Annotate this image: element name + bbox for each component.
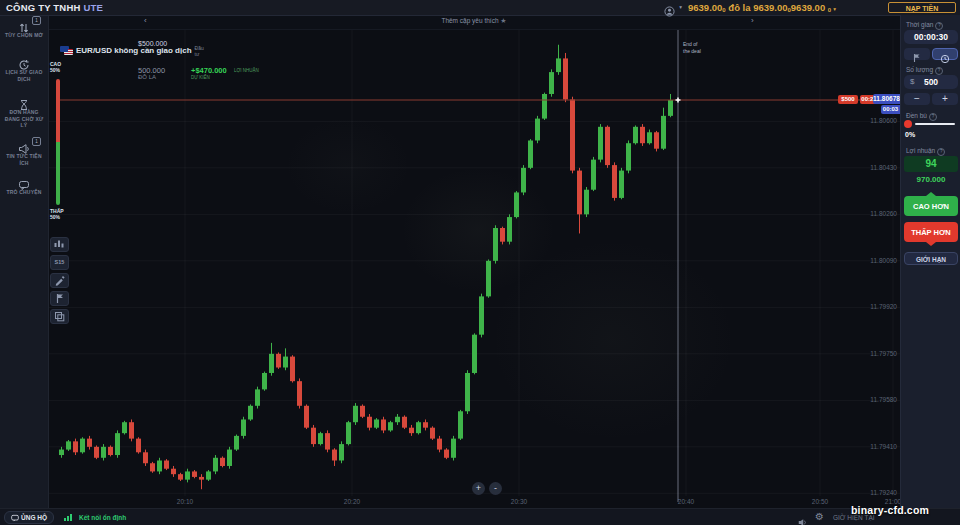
candle-body xyxy=(360,406,365,417)
amount-decrease-button[interactable]: − xyxy=(904,93,930,105)
pencil-icon xyxy=(54,275,65,286)
candle-body xyxy=(640,127,645,143)
candle-body xyxy=(150,463,155,471)
candle-body xyxy=(626,143,631,170)
support-button[interactable]: ỦNG HỘ xyxy=(4,511,54,524)
expected-profit-label: LỢI NHUẬN xyxy=(234,68,259,73)
candle-body xyxy=(451,439,456,458)
profit-label: Lợi nhuận? xyxy=(906,147,945,156)
balance-second-sub: 0 xyxy=(787,7,790,13)
candle-body xyxy=(283,357,288,368)
deal-end-label: the deal xyxy=(683,48,701,54)
currency-symbol: $ xyxy=(910,75,914,89)
info-icon: ? xyxy=(929,113,937,121)
candlestick-chart: 20:1020:2020:3020:4020:5021:0011.8060011… xyxy=(48,15,900,508)
current-price-badge: 11.80678 xyxy=(873,94,900,104)
candle-body xyxy=(514,192,519,217)
candle-body xyxy=(136,439,141,453)
drawing-tools-button[interactable] xyxy=(50,273,69,288)
candle-body xyxy=(276,354,281,368)
sidebar-item-label: ĐƠN HÀNG ĐANG CHỜ XỬ LÝ xyxy=(0,108,48,129)
open-position-stake-badge: $500 xyxy=(838,95,858,104)
account-menu[interactable]: ▾ xyxy=(664,2,682,13)
candle-body xyxy=(290,357,295,382)
timeframe-button[interactable]: S15 xyxy=(50,255,69,270)
compensation-slider-track[interactable] xyxy=(915,123,955,125)
candle-body xyxy=(339,444,344,460)
sound-button[interactable] xyxy=(798,513,807,525)
amount-increase-button[interactable]: + xyxy=(932,93,958,105)
candle-body xyxy=(108,447,113,455)
top-bar: CÔNG TY TNHH UTE ▾ 9639.000 đô la 9639.0… xyxy=(0,0,960,16)
deposit-button[interactable]: NẠP TIỀN xyxy=(888,2,956,13)
invest-currency: ĐÔ LA xyxy=(138,74,156,80)
candle-body xyxy=(241,419,246,435)
sidebar-item-trade-history[interactable]: LỊCH SỬ GIAO DỊCH xyxy=(0,55,48,82)
limit-button[interactable]: GIỚI HẠN xyxy=(904,252,958,265)
candle-body xyxy=(157,461,162,472)
candle-body xyxy=(367,417,372,428)
candle-body xyxy=(185,471,190,479)
candle-body xyxy=(353,406,358,422)
candle-body xyxy=(115,433,120,455)
zoom-in-button[interactable]: + xyxy=(472,482,485,495)
balance-display[interactable]: 9639.000 đô la 9639.0009639.00 0▾ xyxy=(688,2,836,13)
info-icon: ? xyxy=(937,148,945,156)
timer-mode-button[interactable] xyxy=(932,48,958,60)
sentiment-low-label: THẤP50% xyxy=(50,208,74,220)
sidebar-item-chat[interactable]: TRÒ CHUYỆN xyxy=(0,175,48,196)
candle-body xyxy=(164,461,169,469)
sidebar-item-news[interactable]: 1 TIN TỨC TIỆN ÍCH xyxy=(0,139,48,166)
candle-body xyxy=(269,354,274,373)
x-axis-tick: 20:50 xyxy=(812,498,829,505)
amount-input[interactable]: $ 500 xyxy=(904,75,958,89)
expected-profit-label: DỰ KIẾN xyxy=(191,75,210,80)
candle-body xyxy=(633,127,638,143)
brand-name: UTE xyxy=(83,2,103,13)
pending-mode-button[interactable] xyxy=(904,48,930,60)
y-axis-tick: 11.79410 xyxy=(870,443,897,450)
candle-body xyxy=(297,381,302,406)
price-marker xyxy=(677,98,679,103)
candle-body xyxy=(493,228,498,261)
zoom-out-button[interactable]: - xyxy=(489,482,502,495)
indicators-button[interactable] xyxy=(50,291,69,306)
settings-button[interactable]: ⚙ xyxy=(815,511,824,522)
compensation-slider-knob[interactable] xyxy=(904,120,912,128)
currency-pair-flags-icon xyxy=(60,46,73,55)
y-axis-tick: 11.79580 xyxy=(870,396,897,403)
templates-button[interactable] xyxy=(50,309,69,324)
candle-body xyxy=(101,447,106,458)
candle-body xyxy=(661,116,666,149)
candle-body xyxy=(486,261,491,297)
candle-body xyxy=(430,428,435,439)
profit-amount: 970.000 xyxy=(901,175,960,184)
add-favorite-button[interactable]: Thêm cặp yêu thích ★ xyxy=(48,17,900,25)
candle-countdown-badge: 00:03 xyxy=(881,105,900,114)
y-axis-tick: 11.79750 xyxy=(870,350,897,357)
time-label: Thời gian? xyxy=(906,21,943,30)
candle-body xyxy=(535,119,540,141)
time-input[interactable]: 00:00:30 xyxy=(904,30,958,44)
candle-body xyxy=(654,132,659,148)
candle-body xyxy=(304,406,309,428)
x-axis-tick: 20:20 xyxy=(344,498,361,505)
candle-body xyxy=(59,450,64,455)
candle-body xyxy=(381,419,386,430)
asset-selector[interactable]: EUR/USD không cần giao dịchĐầu tư xyxy=(60,46,207,57)
sidebar-item-pending-orders[interactable]: ĐƠN HÀNG ĐANG CHỜ XỬ LÝ xyxy=(0,95,48,129)
candle-body xyxy=(423,422,428,427)
candle-body xyxy=(80,439,85,453)
higher-button[interactable]: CAO HƠN xyxy=(904,196,958,216)
candle-body xyxy=(311,428,316,444)
info-icon: ? xyxy=(935,22,943,30)
candle-body xyxy=(605,127,610,165)
connection-status: Kết nối ổn định xyxy=(79,514,126,521)
chevron-right-icon[interactable]: › xyxy=(751,16,754,25)
sidebar-item-open-options[interactable]: 1 TÙY CHỌN MỞ xyxy=(0,18,48,39)
chart-type-button[interactable] xyxy=(50,237,69,252)
candle-body xyxy=(395,417,400,422)
bottom-bar: ỦNG HỘ Kết nối ổn định ⚙ GIỜ HIỆN TẠI xyxy=(0,508,960,525)
lower-button[interactable]: THẤP HƠN xyxy=(904,222,958,242)
company-name: CÔNG TY TNHH xyxy=(6,2,81,13)
